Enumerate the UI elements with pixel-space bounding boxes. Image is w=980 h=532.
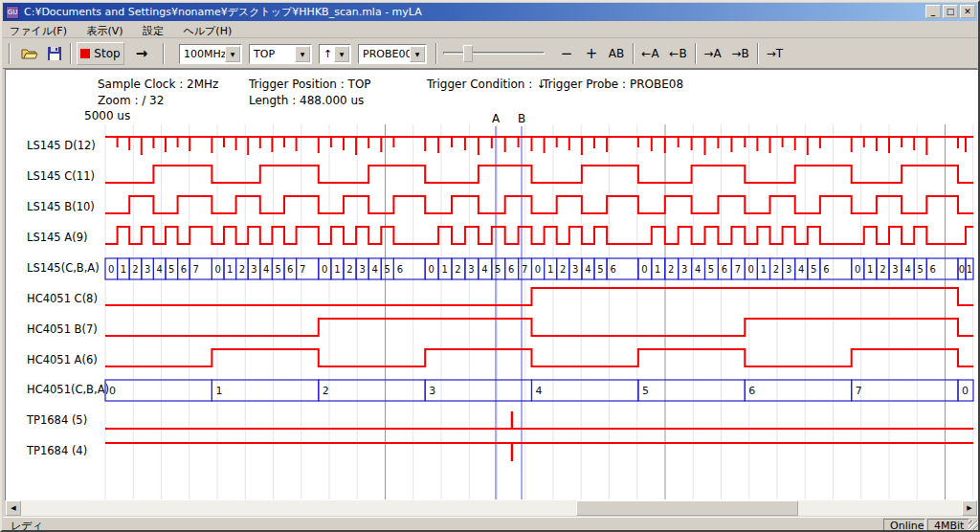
svg-text:5: 5 xyxy=(597,264,603,275)
svg-text:6: 6 xyxy=(397,264,403,275)
svg-text:6: 6 xyxy=(748,385,755,397)
horizontal-scrollbar[interactable]: ◀ ▶ xyxy=(6,500,978,516)
svg-text:7: 7 xyxy=(856,385,862,397)
svg-text:2: 2 xyxy=(560,264,566,275)
app-window: { "window": { "title": "C:¥Documents and… xyxy=(0,0,980,532)
svg-text:6: 6 xyxy=(930,264,936,275)
status-bar: レディ Online 4MBit xyxy=(3,517,980,532)
svg-text:1: 1 xyxy=(334,264,340,275)
svg-text:5: 5 xyxy=(642,385,649,397)
svg-text:5: 5 xyxy=(811,264,816,275)
svg-text:0: 0 xyxy=(322,264,327,275)
svg-text:1: 1 xyxy=(867,264,873,275)
svg-text:1: 1 xyxy=(761,264,767,275)
cursor-label-A: A xyxy=(492,112,501,125)
status-memory-badge: 4MBit xyxy=(927,519,969,532)
svg-text:1: 1 xyxy=(547,264,553,275)
resize-grip[interactable] xyxy=(969,521,980,532)
svg-text:0: 0 xyxy=(108,264,114,275)
svg-text:3: 3 xyxy=(251,264,256,275)
svg-text:2: 2 xyxy=(346,264,352,275)
svg-text:2: 2 xyxy=(668,264,674,275)
svg-text:6: 6 xyxy=(610,264,615,275)
scrollbar-thumb[interactable] xyxy=(576,500,798,516)
svg-text:1: 1 xyxy=(121,264,126,275)
svg-text:5: 5 xyxy=(276,264,281,275)
svg-text:1: 1 xyxy=(441,264,447,275)
svg-text:1: 1 xyxy=(967,264,972,275)
svg-text:0: 0 xyxy=(215,264,221,275)
svg-text:0: 0 xyxy=(535,264,541,275)
svg-text:4: 4 xyxy=(481,264,487,275)
svg-text:4: 4 xyxy=(157,264,163,275)
svg-text:3: 3 xyxy=(572,264,578,275)
svg-text:2: 2 xyxy=(323,385,329,397)
svg-text:2: 2 xyxy=(239,264,245,275)
svg-text:3: 3 xyxy=(429,385,435,397)
svg-text:0: 0 xyxy=(641,264,647,275)
svg-text:3: 3 xyxy=(468,264,474,275)
svg-text:3: 3 xyxy=(786,264,791,275)
svg-text:2: 2 xyxy=(880,264,885,275)
svg-text:4: 4 xyxy=(263,264,269,275)
svg-text:0: 0 xyxy=(959,264,965,275)
svg-text:5: 5 xyxy=(385,264,390,275)
svg-text:0: 0 xyxy=(429,264,434,275)
svg-text:3: 3 xyxy=(681,264,687,275)
svg-text:0: 0 xyxy=(962,385,969,397)
waveform-canvas[interactable]: AB01234567012345670123456012345670123456… xyxy=(2,2,980,532)
cursor-label-B: B xyxy=(518,112,525,125)
svg-text:7: 7 xyxy=(193,264,199,275)
svg-text:5: 5 xyxy=(495,264,501,275)
svg-text:7: 7 xyxy=(300,264,305,275)
svg-text:6: 6 xyxy=(287,264,293,275)
svg-text:1: 1 xyxy=(215,385,222,397)
svg-text:4: 4 xyxy=(904,264,910,275)
svg-text:0: 0 xyxy=(748,264,754,275)
scroll-left-button[interactable]: ◀ xyxy=(6,500,21,516)
svg-text:5: 5 xyxy=(708,264,714,275)
svg-text:4: 4 xyxy=(372,264,378,275)
svg-text:6: 6 xyxy=(181,264,187,275)
svg-text:4: 4 xyxy=(536,385,543,397)
svg-text:0: 0 xyxy=(855,264,860,275)
svg-text:1: 1 xyxy=(227,264,233,275)
svg-text:6: 6 xyxy=(508,264,514,275)
svg-text:2: 2 xyxy=(455,264,460,275)
svg-text:7: 7 xyxy=(522,264,527,275)
svg-text:6: 6 xyxy=(823,264,829,275)
status-online-badge: Online xyxy=(883,519,925,532)
status-ready-text: レディ xyxy=(11,519,43,532)
svg-text:3: 3 xyxy=(359,264,365,275)
svg-text:1: 1 xyxy=(655,264,660,275)
svg-text:2: 2 xyxy=(773,264,779,275)
scroll-right-button[interactable]: ▶ xyxy=(962,500,977,516)
svg-text:5: 5 xyxy=(168,264,174,275)
svg-text:3: 3 xyxy=(892,264,898,275)
svg-text:3: 3 xyxy=(145,264,150,275)
svg-text:5: 5 xyxy=(918,264,924,275)
svg-text:4: 4 xyxy=(695,264,701,275)
svg-text:4: 4 xyxy=(585,264,590,275)
svg-text:4: 4 xyxy=(798,264,804,275)
svg-text:6: 6 xyxy=(722,264,727,275)
svg-text:7: 7 xyxy=(735,264,741,275)
svg-text:0: 0 xyxy=(109,385,116,397)
svg-text:2: 2 xyxy=(132,264,138,275)
